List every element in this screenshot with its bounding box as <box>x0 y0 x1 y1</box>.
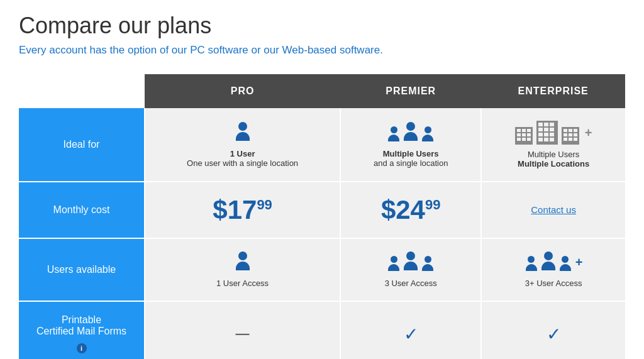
premier-ideal-label: Multiple Users and a single location <box>350 149 471 168</box>
row-certified-mail: Printable Certified Mail Forms i — ✓ ✓ <box>19 301 625 359</box>
pro-certified-mail: — <box>145 301 340 359</box>
comparison-table: PRO PREMIER ENTERPRISE Ideal for 1 User … <box>19 74 625 359</box>
info-icon[interactable]: i <box>77 343 87 353</box>
premier-user-icon-group <box>350 122 471 144</box>
pro-access-label: 1 User Access <box>155 279 330 288</box>
certified-mail-text: Printable Certified Mail Forms <box>36 314 126 337</box>
col-header-enterprise: ENTERPRISE <box>481 74 625 108</box>
building-small-2 <box>562 127 579 145</box>
premier-user-icon-2 <box>402 122 419 144</box>
pro-monthly-cost: $1799 <box>145 182 340 238</box>
premier-monthly-cost: $2499 <box>340 182 481 238</box>
pro-access-icon-group <box>155 251 330 273</box>
page-subtitle: Every account has the option of our PC s… <box>19 44 625 57</box>
pro-ideal-for: 1 User One user with a single location <box>145 108 340 182</box>
row-users-available: Users available 1 User Access 3 User Acc… <box>19 238 625 301</box>
enterprise-monthly-cost: Contact us <box>481 182 625 238</box>
premier-price: $2499 <box>381 195 441 224</box>
label-ideal-for: Ideal for <box>19 108 145 182</box>
building-small-1 <box>515 127 533 145</box>
enterprise-access-icon-2 <box>540 251 557 273</box>
empty-header <box>19 74 145 108</box>
page-title: Compare our plans <box>19 13 625 39</box>
col-header-pro: PRO <box>145 74 340 108</box>
pro-users: 1 User Access <box>145 238 340 301</box>
contact-us-link[interactable]: Contact us <box>531 204 576 215</box>
premier-certified-mail: ✓ <box>340 301 481 359</box>
premier-access-icon-3 <box>421 256 435 273</box>
premier-user-icon-3 <box>421 126 435 144</box>
pro-ideal-label: 1 User One user with a single location <box>155 149 330 168</box>
col-header-premier: PREMIER <box>340 74 481 108</box>
enterprise-access-label: 3+ User Access <box>491 279 616 288</box>
premier-access-icon-group <box>350 251 471 273</box>
label-certified-mail: Printable Certified Mail Forms i <box>19 301 145 359</box>
enterprise-plus-ideal: + <box>585 126 592 140</box>
enterprise-access-plus: + <box>575 255 583 270</box>
premier-access-icon-2 <box>402 251 419 273</box>
pro-price: $1799 <box>213 195 272 224</box>
label-monthly-cost: Monthly cost <box>19 182 145 238</box>
pro-certified-dash: — <box>236 326 250 341</box>
building-large <box>536 121 558 145</box>
enterprise-access-icon-1 <box>525 256 538 273</box>
enterprise-certified-check: ✓ <box>547 324 561 344</box>
premier-users: 3 User Access <box>340 238 481 301</box>
pro-user-icon-group <box>155 122 330 144</box>
premier-access-icon-1 <box>387 256 401 273</box>
row-ideal-for: Ideal for 1 User One user with a single … <box>19 108 625 182</box>
pro-access-icon <box>234 251 252 273</box>
enterprise-certified-mail: ✓ <box>481 301 625 359</box>
premier-ideal-for: Multiple Users and a single location <box>340 108 481 182</box>
premier-user-icon-1 <box>387 126 401 144</box>
single-user-icon <box>234 122 252 144</box>
enterprise-access-icon-3 <box>558 256 572 273</box>
premier-certified-check: ✓ <box>404 324 418 344</box>
enterprise-ideal-for: + Multiple Users Multiple Locations <box>481 108 625 182</box>
premier-access-label: 3 User Access <box>350 279 471 288</box>
certified-mail-label-group: Printable Certified Mail Forms i <box>28 314 135 353</box>
enterprise-ideal-label: Multiple Users Multiple Locations <box>491 150 616 168</box>
enterprise-users: + 3+ User Access <box>481 238 625 301</box>
row-monthly-cost: Monthly cost $1799 $2499 Contact us <box>19 182 625 238</box>
label-users-available: Users available <box>19 238 145 301</box>
